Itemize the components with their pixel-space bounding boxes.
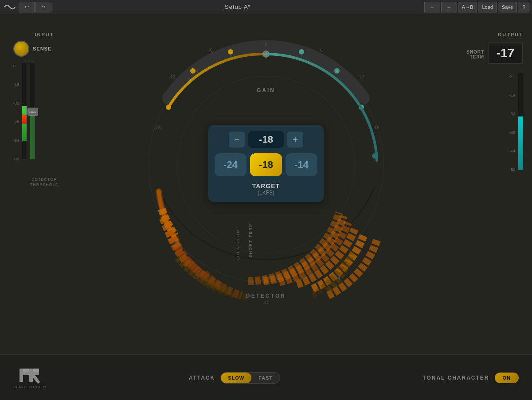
svg-text:-69: -69	[172, 241, 179, 245]
sense-knob[interactable]	[13, 41, 29, 57]
tonal-label: TONAL CHARACTER	[422, 375, 489, 381]
attack-label: ATTACK	[189, 375, 215, 381]
output-meter	[518, 73, 523, 170]
output-meter-fill	[518, 117, 523, 170]
svg-text:LONG TERM: LONG TERM	[236, 229, 240, 260]
forward-button[interactable]: →	[441, 2, 457, 12]
redo-button[interactable]: ↪	[35, 2, 51, 12]
svg-rect-26	[23, 369, 29, 372]
meter-fill-green	[22, 106, 27, 141]
svg-point-3	[190, 68, 196, 74]
plugin-main: INPUT SENSE 0 -16 -32 -48 -64 -80	[0, 14, 532, 354]
threshold-area: -36.0	[30, 62, 35, 159]
preset-minus14-button[interactable]: -14	[286, 153, 317, 176]
preset-title: Setup A*	[52, 4, 423, 10]
svg-rect-24	[20, 369, 23, 382]
input-section: INPUT SENSE 0 -16 -32 -48 -64 -80	[9, 32, 80, 187]
vu-meter-area: 0 -16 -32 -48 -64 -80 -36.0	[13, 62, 80, 175]
toolbar: ↩ ↪ Setup A* ← → A→B Load Save ?	[0, 0, 532, 14]
target-increase-button[interactable]: +	[287, 132, 303, 148]
brand-logo-icon	[19, 366, 41, 384]
target-box: − -18 + -24 -18 -14 TARGET (LKFS)	[208, 125, 324, 202]
output-meter-area: 0 -16 -32 -48 -64 -80	[509, 73, 523, 186]
svg-text:-40: -40	[263, 300, 270, 305]
tonal-on-button[interactable]: ON	[495, 373, 519, 383]
svg-point-4	[228, 49, 233, 54]
brand-name: PLAYLISTRIDER	[13, 385, 47, 389]
output-label: OUTPUT	[498, 32, 523, 37]
svg-text:-12: -12	[169, 74, 176, 79]
target-presets: -24 -18 -14	[215, 153, 317, 176]
threshold-fill	[30, 115, 35, 159]
svg-text:-24: -24	[334, 276, 340, 281]
center-area: GAIN	[111, 19, 421, 311]
target-value-display: -18	[248, 131, 284, 148]
brand-logo: PLAYLISTRIDER	[13, 366, 47, 389]
svg-text:-18: -18	[154, 125, 161, 130]
threshold-track: -36.0	[30, 62, 35, 159]
output-scale: 0 -16 -32 -48 -64 -80	[509, 73, 515, 186]
ab-button[interactable]: A→B	[458, 2, 477, 12]
undo-button[interactable]: ↩	[19, 2, 35, 12]
bottom-section: PLAYLISTRIDER ATTACK SLOW FAST TONAL CHA…	[0, 354, 532, 400]
svg-point-7	[334, 68, 340, 74]
output-section: OUTPUT SHORT TERM -17 0 -16 -32 -48 -64 …	[461, 32, 523, 186]
svg-rect-29	[33, 369, 39, 372]
svg-text:SHORT TERM: SHORT TERM	[248, 222, 253, 257]
svg-text:-6: -6	[209, 48, 213, 53]
target-top-row: − -18 +	[215, 131, 317, 148]
target-decrease-button[interactable]: −	[229, 132, 245, 148]
svg-text:18: 18	[374, 125, 379, 130]
svg-text:6: 6	[320, 48, 323, 53]
threshold-knob[interactable]: -36.0	[27, 108, 38, 116]
attack-section: ATTACK SLOW FAST	[64, 372, 405, 384]
load-button[interactable]: Load	[478, 2, 497, 12]
sense-label: SENSE	[33, 46, 51, 51]
attack-slow-button[interactable]: SLOW	[221, 373, 251, 383]
svg-text:0: 0	[265, 42, 267, 47]
short-term-label: SHORT TERM	[466, 50, 484, 59]
preset-minus24-button[interactable]: -24	[215, 153, 246, 176]
preset-minus18-button[interactable]: -18	[250, 153, 282, 176]
target-sublabel: (LKFS)	[215, 190, 317, 196]
target-label: TARGET	[215, 183, 317, 190]
input-meter	[22, 62, 27, 159]
svg-point-2	[166, 105, 171, 110]
waves-logo	[2, 2, 18, 12]
back-button[interactable]: ←	[424, 2, 440, 12]
sense-area: SENSE	[13, 41, 80, 57]
short-term-display: -17	[488, 43, 523, 64]
meter-fill-red	[22, 115, 27, 124]
save-button[interactable]: Save	[498, 2, 517, 12]
tonal-section: TONAL CHARACTER ON	[422, 373, 519, 383]
input-label: INPUT	[9, 32, 80, 37]
svg-point-6	[299, 49, 304, 54]
input-scale: 0 -16 -32 -48 -64 -80	[13, 62, 19, 175]
svg-text:DETECTOR: DETECTOR	[246, 293, 286, 299]
attack-toggle: SLOW FAST	[220, 372, 280, 384]
help-button[interactable]: ?	[518, 2, 530, 12]
svg-text:12: 12	[359, 74, 364, 79]
svg-text:-55: -55	[193, 275, 200, 280]
detector-threshold-label: DETECTOR THRESHOLD	[9, 177, 80, 187]
attack-fast-button[interactable]: FAST	[251, 373, 280, 383]
